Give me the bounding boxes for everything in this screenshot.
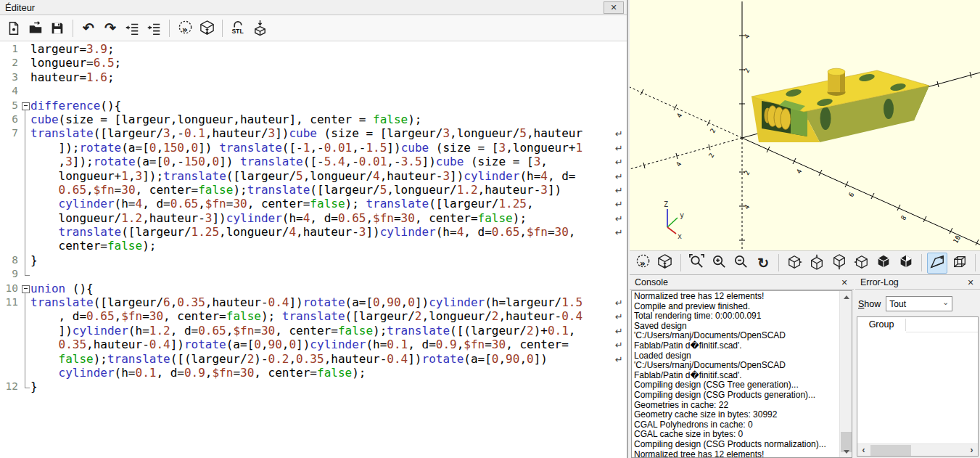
svg-text:4: 4 (675, 112, 683, 119)
console-line: Geometries in cache: 22 (634, 401, 839, 411)
console-line: Loaded design 'C:/Users/rnanj/Documents/… (634, 351, 839, 371)
wrap-marker-icon: ↵ (615, 310, 623, 324)
column-header-group[interactable]: Group (857, 317, 905, 332)
view-orthogonal-button[interactable] (949, 253, 970, 274)
redo-button[interactable]: ↷ (99, 17, 121, 39)
line-number (0, 338, 20, 351)
line-number (0, 197, 20, 210)
console-line: Normalized tree has 12 elements! (634, 450, 839, 458)
zoom-all-button[interactable] (686, 253, 707, 274)
fold-margin (20, 141, 30, 155)
code-editor[interactable]: 1largeur=3.9;2longueur=6.5;3hauteur=1.6;… (0, 42, 627, 458)
view-orthogonal-icon (952, 254, 968, 272)
code-text: cube(size = [largeur,longueur,hauteur], … (30, 113, 627, 126)
fold-margin (20, 42, 30, 56)
svg-text:4: 4 (743, 203, 751, 210)
fold-toggle[interactable] (20, 282, 30, 295)
line-number: 6 (0, 113, 20, 126)
print-3d-button[interactable] (249, 17, 271, 39)
new-file-icon (6, 20, 22, 36)
code-row: cylinder(h=0.1, d=0.9,$fn=30, center=fal… (0, 366, 627, 380)
errorlog-panel: Error-Log ✕ Show Tout ⌄ Group ‹ › (855, 276, 980, 458)
code-text: ])cylinder(h=1.2, d=0.65,$fn=30, center=… (30, 324, 627, 338)
save-button[interactable] (46, 17, 68, 39)
view-front-button[interactable] (873, 253, 894, 274)
errorlog-filter-select[interactable]: Tout ⌄ (886, 296, 952, 311)
console-line: Compiling design (CSG Products normaliza… (634, 440, 839, 450)
toolbar-separator (921, 254, 922, 271)
fold-margin (20, 56, 30, 70)
view-right-button[interactable] (784, 253, 805, 274)
console-close-button[interactable]: ✕ (838, 277, 851, 288)
line-number: 11 (0, 295, 20, 309)
wrap-marker-icon: ↵ (615, 212, 623, 226)
fold-margin (20, 366, 30, 380)
indent-button[interactable] (143, 17, 165, 39)
render-button[interactable] (196, 17, 218, 39)
wrap-marker-icon: ↵ (615, 226, 623, 240)
open-file-button[interactable] (25, 17, 46, 39)
line-number: 7 (0, 126, 20, 140)
editor-toolbar: ↶ ↷ » STL (0, 15, 627, 41)
scrollbar-thumb[interactable] (870, 445, 911, 456)
fold-toggle[interactable] (20, 99, 30, 113)
line-number: 8 (0, 253, 20, 267)
console-scrollbar[interactable] (839, 291, 852, 457)
view-left-button[interactable] (851, 253, 872, 274)
console-line: Compile and preview finished. (634, 302, 839, 312)
preview-button[interactable]: » (174, 17, 196, 39)
console-line: CGAL Polyhedrons in cache: 0 (634, 420, 839, 430)
errorlog-table: Group ‹ › (857, 316, 979, 457)
scroll-left-arrow[interactable]: ‹ (857, 444, 870, 457)
errorlog-table-header[interactable]: Group (857, 317, 978, 332)
export-stl-button[interactable]: STL (227, 17, 249, 39)
fold-margin (20, 70, 30, 84)
code-text: ]);rotate(a=[0,150,0]) translate([-1,-0.… (30, 141, 627, 155)
viewport-3d[interactable]: 4 6 8 10 2 4 2 4 2 4 2 4 (630, 0, 980, 250)
fold-margin (20, 225, 30, 239)
scroll-down-arrow[interactable] (840, 446, 852, 457)
code-row: 7translate([largeur/3,-0.1,hauteur/3])cu… (0, 126, 627, 140)
view-perspective-button[interactable] (927, 253, 948, 274)
undo-icon: ↶ (83, 21, 94, 35)
render-button[interactable] (655, 253, 676, 274)
console-line: Geometry cache size in bytes: 30992 (634, 410, 839, 420)
zoom-in-button[interactable] (709, 253, 730, 274)
preview-icon: » (635, 253, 651, 272)
wrap-marker-icon: ↵ (615, 338, 623, 352)
errorlog-hscrollbar[interactable]: ‹ › (857, 443, 978, 456)
console-line: Total rendering time: 0:00:00.091 (634, 311, 839, 322)
toolbar-separator (975, 254, 976, 271)
svg-text:2: 2 (707, 152, 715, 159)
scroll-up-arrow[interactable] (840, 291, 852, 303)
wrap-marker-icon: ↵ (615, 197, 623, 211)
errorlog-close-button[interactable]: ✕ (964, 277, 977, 288)
code-row: 9 (0, 267, 627, 281)
code-row: longueur+1,3]);translate([largeur/5,long… (0, 169, 627, 183)
filter-selected-value: Tout (889, 299, 906, 309)
svg-text:4: 4 (743, 33, 751, 40)
view-bottom-button[interactable] (829, 253, 850, 274)
new-file-button[interactable] (3, 17, 25, 39)
view-top-button[interactable] (807, 253, 828, 274)
undo-button[interactable]: ↶ (78, 17, 99, 39)
scroll-right-arrow[interactable]: › (965, 444, 978, 457)
preview-button[interactable]: » (633, 253, 654, 274)
wrap-marker-icon: ↵ (615, 170, 623, 184)
fold-margin (20, 253, 30, 267)
unindent-button[interactable] (121, 17, 143, 39)
reset-view-button[interactable]: ↻ (753, 253, 774, 274)
zoom-out-button[interactable] (730, 253, 752, 274)
code-row: 0.65,$fn=30, center=false);translate([la… (0, 183, 627, 197)
editor-title: Éditeur (5, 2, 35, 13)
console-titlebar: Console ✕ (630, 276, 854, 290)
editor-close-button[interactable]: ✕ (604, 1, 624, 14)
line-number (0, 309, 20, 323)
editor-titlebar: Éditeur ✕ (0, 0, 627, 15)
view-perspective-icon (929, 254, 945, 272)
unindent-icon (124, 20, 140, 36)
code-text: } (30, 253, 627, 267)
view-back-button[interactable] (895, 253, 916, 274)
open-folder-icon (28, 20, 44, 36)
code-row: 11translate([largeur/6,0.35,hauteur-0.4]… (0, 295, 627, 309)
